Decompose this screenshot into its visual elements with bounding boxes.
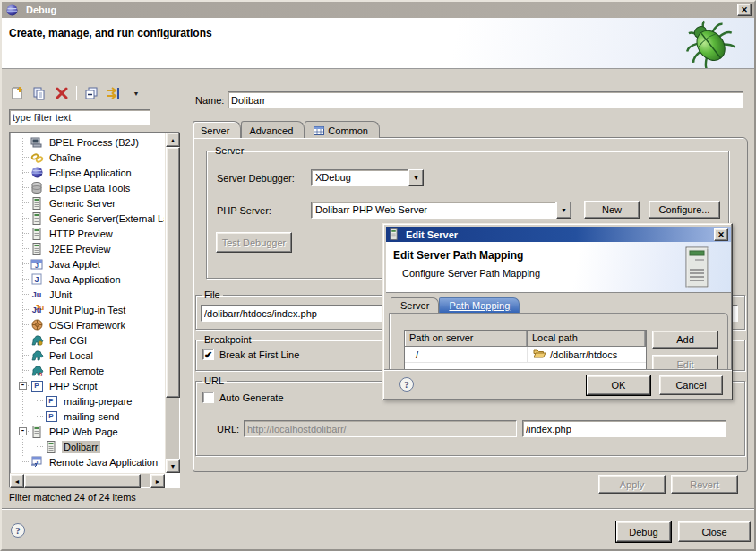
tree-horizontal-scrollbar[interactable]: ◄ ► xyxy=(10,473,165,487)
tree-item-perl-remote[interactable]: R Perl Remote xyxy=(11,363,164,378)
applet-icon: J xyxy=(30,258,44,271)
configure-server-button[interactable]: Configure... xyxy=(649,201,720,219)
database-icon xyxy=(30,182,44,194)
tab-common[interactable]: Common xyxy=(305,121,380,138)
server-debugger-select[interactable]: XDebug ▼ xyxy=(311,169,424,186)
name-input[interactable] xyxy=(228,91,743,108)
collapse-expander-icon[interactable]: - xyxy=(19,382,27,390)
dialog-tab-path-mapping[interactable]: Path Mapping xyxy=(439,297,520,314)
tree-item-php-script[interactable]: - P PHP Script xyxy=(11,378,164,393)
svg-text:J: J xyxy=(35,263,39,269)
server-icon xyxy=(30,426,44,438)
eclipse-icon xyxy=(4,4,19,16)
tree-item-osgi-framework[interactable]: OSGi Framework xyxy=(11,317,164,332)
server-icon xyxy=(30,197,44,210)
folder-icon xyxy=(533,349,546,360)
eclipse-sphere-icon xyxy=(30,167,44,179)
dialog-subheading: Configure Server Path Mapping xyxy=(386,262,731,279)
chain-icon xyxy=(30,151,44,164)
tree-item-bpel-process[interactable]: BPEL Process (B2J) xyxy=(11,134,164,150)
tree-item-perl-cgi[interactable]: Perl CGI xyxy=(11,332,164,348)
scroll-down-icon[interactable]: ▼ xyxy=(166,459,180,473)
cancel-button[interactable]: Cancel xyxy=(659,375,723,395)
tree-item-remote-java-application[interactable]: J Remote Java Application xyxy=(11,454,164,469)
tree-item-generic-server-external[interactable]: Generic Server(External La xyxy=(11,211,164,226)
table-icon xyxy=(313,125,324,137)
tree-item-java-application[interactable]: J Java Application xyxy=(11,271,164,287)
php-icon: P xyxy=(30,380,44,392)
debug-bug-icon xyxy=(681,20,740,68)
tree-item-chaine[interactable]: Chaîne xyxy=(11,150,164,165)
tree-item-eclipse-application[interactable]: Eclipse Application xyxy=(11,165,164,180)
tree-item-mailing-send[interactable]: P mailing-send xyxy=(11,409,164,424)
add-mapping-button[interactable]: Add xyxy=(652,331,718,349)
configurations-toolbar: ▼ xyxy=(9,82,144,104)
horizontal-scroll-thumb[interactable] xyxy=(24,474,141,488)
dialog-tab-server[interactable]: Server xyxy=(391,297,439,314)
footer-separator xyxy=(2,508,754,510)
path-mapping-table: Path on server Local path / /dolibarr/ht… xyxy=(404,330,647,372)
tree-item-java-applet[interactable]: J Java Applet xyxy=(11,256,164,271)
tree-item-perl-local[interactable]: Perl Local xyxy=(11,348,164,363)
filter-icon[interactable] xyxy=(106,85,122,101)
window-close-button[interactable]: ✕ xyxy=(737,4,752,16)
collapse-all-icon[interactable] xyxy=(83,85,99,101)
edit-server-dialog: Edit Server ✕ Edit Server Path Mapping C… xyxy=(382,223,733,400)
check-icon: ✔ xyxy=(204,350,212,359)
svg-text:R: R xyxy=(39,372,43,376)
scroll-right-icon[interactable]: ► xyxy=(150,474,165,488)
debug-button[interactable]: Debug xyxy=(616,521,671,542)
dialog-help-icon[interactable]: ? xyxy=(399,377,414,392)
php-server-select[interactable]: Dolibarr PHP Web Server ▼ xyxy=(311,202,571,219)
window-title-bar[interactable]: Debug ✕ xyxy=(2,2,754,18)
tree-item-generic-server[interactable]: Generic Server xyxy=(11,195,164,211)
column-path-on-server[interactable]: Path on server xyxy=(405,331,528,347)
new-configuration-icon[interactable] xyxy=(9,85,25,101)
collapse-expander-icon[interactable]: - xyxy=(19,427,27,435)
chevron-down-icon[interactable]: ▼ xyxy=(556,202,571,219)
toolbar-menu-chevron-icon[interactable]: ▼ xyxy=(128,85,144,101)
perl-camel-icon: R xyxy=(30,365,44,377)
server-icon xyxy=(389,228,398,241)
url-path-input[interactable] xyxy=(522,420,726,437)
tree-item-dolibarr[interactable]: Dolibarr xyxy=(11,439,164,454)
tree-item-mailing-prepare[interactable]: P mailing-prepare xyxy=(11,393,164,409)
filter-input[interactable] xyxy=(9,109,150,125)
test-debugger-button[interactable]: Test Debugger xyxy=(216,232,292,253)
java-icon: J xyxy=(30,273,44,286)
php-icon: P xyxy=(44,395,58,408)
server-icon xyxy=(30,212,44,225)
tree-item-eclipse-data-tools[interactable]: Eclipse Data Tools xyxy=(11,180,164,195)
tree-item-http-preview[interactable]: HTTP Preview xyxy=(11,226,164,241)
scroll-left-icon[interactable]: ◄ xyxy=(10,474,24,488)
tree-rows: BPEL Process (B2J) Chaîne Eclipse Applic… xyxy=(11,134,164,472)
dialog-title-bar[interactable]: Edit Server ✕ xyxy=(386,227,731,242)
help-icon[interactable]: ? xyxy=(11,523,25,538)
auto-generate-checkbox[interactable] xyxy=(202,392,214,403)
tree-item-junit[interactable]: Ju JUnit xyxy=(11,287,164,302)
table-row[interactable]: / /dolibarr/htdocs xyxy=(405,347,646,363)
tab-server[interactable]: Server xyxy=(193,121,241,138)
column-local-path[interactable]: Local path xyxy=(528,331,646,347)
ok-button[interactable]: OK xyxy=(587,375,650,395)
tab-advanced[interactable]: Advanced xyxy=(241,121,305,138)
close-button[interactable]: Close xyxy=(678,521,751,542)
revert-button[interactable]: Revert xyxy=(671,475,738,494)
perl-camel-icon xyxy=(30,334,44,347)
tree-item-php-web-page[interactable]: - PHP Web Page xyxy=(11,424,164,439)
header-banner: Create, manage, and run configurations xyxy=(2,18,754,69)
tree-item-junit-plugin-test[interactable]: Ju JUnit Plug-in Test xyxy=(11,302,164,317)
dialog-close-button[interactable]: ✕ xyxy=(714,228,728,241)
delete-icon[interactable] xyxy=(54,85,70,101)
duplicate-icon[interactable] xyxy=(31,85,47,101)
name-label: Name: xyxy=(195,95,224,106)
scroll-up-icon[interactable]: ▲ xyxy=(166,133,180,147)
tree-vertical-scrollbar[interactable]: ▲ ▼ xyxy=(165,133,179,473)
dialog-title: Edit Server xyxy=(406,229,458,240)
tree-item-j2ee-preview[interactable]: J2EE Preview xyxy=(11,241,164,256)
apply-button[interactable]: Apply xyxy=(598,475,666,494)
vertical-scroll-thumb[interactable] xyxy=(166,147,180,398)
break-at-first-line-checkbox[interactable]: ✔ xyxy=(202,349,214,360)
chevron-down-icon[interactable]: ▼ xyxy=(408,169,424,186)
new-server-button[interactable]: New xyxy=(584,201,640,219)
